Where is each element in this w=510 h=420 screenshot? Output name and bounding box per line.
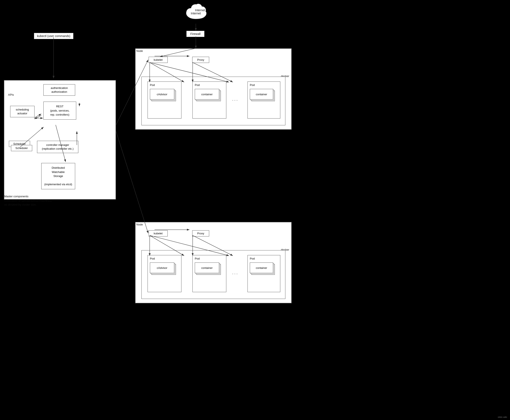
controller-manager-box: controller manager(replication controlle…: [37, 141, 78, 153]
node1-proxy-box: Proxy: [192, 57, 209, 63]
master-note: Master components Colocated, or spread a…: [4, 194, 52, 207]
node1-box: kubelet Proxy docker Pod cAdvisor Pod co…: [135, 48, 292, 130]
node2-pod3-container-box1: container: [250, 262, 273, 273]
svg-line-13: [116, 131, 148, 233]
auth-box: authenticationauthorization: [43, 84, 75, 96]
svg-text:Internet: Internet: [191, 12, 201, 15]
node1-docker-box: Pod cAdvisor Pod container · · · Pod con…: [142, 77, 285, 125]
node1-container-box1: container: [195, 89, 219, 99]
distributed-storage-box: DistributedWatchableStorage(implemented …: [41, 163, 75, 189]
internet-text: Internet: [186, 8, 214, 12]
node2-dots: · · ·: [232, 272, 238, 276]
node1-pod3-container-box1: container: [250, 89, 273, 99]
node1-label: Node: [136, 49, 143, 52]
node2-box: kubelet Proxy docker Pod cAdvisor Pod co…: [135, 222, 292, 303]
node2-proxy-box: Proxy: [192, 230, 209, 236]
node1-pod1-box: Pod cAdvisor: [148, 82, 181, 119]
node2-docker-box: Pod cAdvisor Pod container · · · Pod con…: [142, 250, 285, 299]
node1-dots: · · ·: [232, 98, 238, 103]
node1-pod2-box: Pod container: [192, 82, 226, 119]
internet-cloud: Internet: [182, 2, 210, 23]
node1-pod3-box: Pod container: [248, 82, 280, 119]
watermark: slido wiki: [498, 416, 507, 418]
node2-cadvisor-box1: cAdvisor: [150, 262, 174, 273]
node1-cadvisor-box1: cAdvisor: [150, 89, 174, 99]
apis-label: APIs: [8, 93, 14, 96]
node2-container-box1: container: [195, 262, 219, 273]
master-box: APIs authenticationauthorization schedul…: [4, 80, 116, 200]
node1-pod2-label: Pod: [195, 83, 200, 87]
node1-pod3-label: Pod: [250, 83, 255, 87]
node2-kubelet-box: kubelet: [149, 230, 168, 236]
node2-pod3-box: Pod container: [248, 255, 280, 292]
scheduler2-box: Scheduler: [11, 145, 32, 151]
node1-pod1-label: Pod: [150, 83, 155, 87]
node2-pod1-label: Pod: [150, 257, 155, 260]
node2-pod1-box: Pod cAdvisor: [148, 255, 181, 292]
node2-pod2-label: Pod: [195, 257, 200, 260]
firewall-box: Firewall: [186, 31, 204, 37]
node2-pod2-box: Pod container: [192, 255, 226, 292]
rest-box: REST(pods, services,rep. controllers): [43, 102, 76, 120]
node1-kubelet-box: kubelet: [149, 57, 168, 63]
scheduling-actuator-box: schedulingactuator: [10, 106, 35, 117]
kubectl-label: kubectl (user commands): [34, 33, 74, 39]
node2-pod3-label: Pod: [250, 257, 255, 260]
node2-label: Node: [136, 223, 143, 226]
